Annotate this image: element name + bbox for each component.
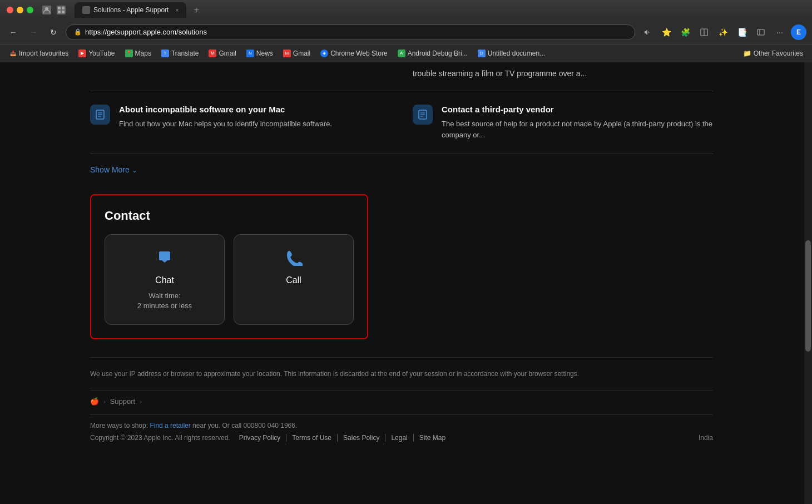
bookmark-chrome-web-store[interactable]: ◈ Chrome Web Store	[316, 48, 392, 59]
show-more-button[interactable]: Show More ⌄	[90, 163, 137, 176]
bookmark-import[interactable]: 📥 Import favourites	[4, 48, 73, 59]
bookmark-youtube[interactable]: ▶ YouTube	[74, 48, 119, 59]
privacy-policy-link[interactable]: Privacy Policy	[239, 434, 287, 442]
collections-icon[interactable]: 📑	[734, 24, 750, 40]
footer-divider-1	[90, 390, 713, 391]
address-bar[interactable]: 🔒 https://getsupport.apple.com/solutions	[66, 24, 635, 40]
menu-button[interactable]: ···	[772, 24, 788, 40]
titlebar: Solutions - Apple Support × +	[0, 0, 812, 20]
footer: We use your IP address or browser to app…	[90, 357, 713, 453]
footer-privacy-text: We use your IP address or browser to app…	[90, 369, 713, 379]
find-retailer-link[interactable]: Find a retailer	[150, 422, 190, 429]
card-content-2: Contact a third-party vendor The best so…	[442, 105, 713, 140]
refresh-button[interactable]: ↻	[46, 24, 61, 40]
scrollbar[interactable]	[804, 62, 812, 504]
favorites-icon[interactable]: ⭐	[658, 24, 674, 40]
chat-icon	[156, 248, 174, 270]
read-aloud-icon[interactable]	[640, 24, 655, 40]
profile-icon[interactable]	[42, 6, 51, 14]
url-display: https://getsupport.apple.com/solutions	[85, 28, 207, 36]
legal-link[interactable]: Legal	[385, 434, 413, 442]
card-title-2[interactable]: Contact a third-party vendor	[442, 105, 713, 114]
footer-bottom: Copyright © 2023 Apple Inc. All rights r…	[90, 434, 713, 442]
bookmark-label: Chrome Web Store	[330, 50, 388, 57]
more-ways-text: More ways to shop:	[90, 422, 148, 429]
chevron-down-icon: ⌄	[132, 166, 137, 174]
breadcrumb-support-label: Support	[110, 397, 136, 406]
chat-wait-time: 2 minutes or less	[137, 302, 192, 310]
traffic-lights	[7, 7, 33, 13]
forward-button[interactable]: →	[26, 24, 41, 40]
card-body-1: Find out how your Mac helps you to ident…	[119, 118, 332, 130]
bookmark-news[interactable]: N News	[242, 48, 278, 59]
bookmark-maps[interactable]: 📍 Maps	[121, 48, 156, 59]
tab-title: Solutions - Apple Support	[93, 6, 169, 14]
footer-copyright: Copyright © 2023 Apple Inc. All rights r…	[90, 434, 230, 442]
gmail-icon-1: M	[209, 50, 216, 57]
sidebar-icon[interactable]	[753, 24, 769, 40]
breadcrumb-sep-2: ›	[140, 398, 142, 405]
terms-link[interactable]: Terms of Use	[286, 434, 338, 442]
site-map-link[interactable]: Site Map	[414, 434, 451, 442]
card-content-1: About incompatible software on your Mac …	[119, 105, 332, 130]
active-tab[interactable]: Solutions - Apple Support ×	[75, 2, 186, 18]
maximize-button[interactable]	[27, 7, 33, 13]
breadcrumb-support[interactable]: Support	[110, 397, 136, 406]
card-title-1[interactable]: About incompatible software on your Mac	[119, 105, 332, 114]
tab-favicon	[82, 6, 90, 14]
close-button[interactable]	[7, 7, 13, 13]
svg-rect-7	[757, 29, 764, 35]
info-cards-section: About incompatible software on your Mac …	[90, 91, 713, 154]
bookmark-other-favorites[interactable]: 📁 Other Favourites	[739, 48, 808, 59]
chrome-web-store-icon: ◈	[320, 50, 328, 57]
lock-icon: 🔒	[74, 28, 82, 36]
titlebar-icons	[42, 6, 66, 14]
import-icon: 📥	[9, 50, 17, 57]
extensions-icon[interactable]: 🧩	[677, 24, 693, 40]
folder-icon: 📁	[744, 50, 751, 57]
show-more-row: Show More ⌄	[90, 154, 713, 194]
bookmark-label: YouTube	[88, 50, 115, 57]
bookmark-translate[interactable]: T Translate	[157, 48, 204, 59]
svg-rect-3	[58, 11, 61, 13]
page-content: trouble streaming a film or TV programme…	[0, 62, 812, 504]
bookmark-android[interactable]: A Android Debug Bri...	[393, 48, 472, 59]
call-button[interactable]: Call	[234, 234, 354, 325]
tab-groups-icon[interactable]	[57, 6, 66, 14]
bookmark-label: Other Favourites	[754, 50, 803, 57]
url-path: /solutions	[176, 28, 207, 36]
bookmark-label: Untitled documen...	[488, 50, 545, 57]
sales-policy-link[interactable]: Sales Policy	[338, 434, 385, 442]
docs-icon: D	[478, 50, 486, 57]
new-tab-button[interactable]: +	[189, 2, 204, 18]
bookmark-label: Android Debug Bri...	[408, 50, 468, 57]
bookmark-gmail-2[interactable]: M Gmail	[279, 48, 315, 59]
copilot-icon[interactable]: ✨	[715, 24, 731, 40]
contact-buttons: Chat Wait time: 2 minutes or less Call	[105, 234, 354, 325]
chat-label: Chat	[155, 275, 174, 285]
bookmark-docs[interactable]: D Untitled documen...	[473, 48, 549, 59]
profile-avatar[interactable]: E	[791, 24, 806, 40]
bookmark-gmail-1[interactable]: M Gmail	[204, 48, 240, 59]
partial-text-right: trouble streaming a film or TV programme…	[413, 69, 587, 78]
tab-close-button[interactable]: ×	[175, 7, 179, 13]
addressbar: ← → ↻ 🔒 https://getsupport.apple.com/sol…	[0, 20, 812, 45]
back-button[interactable]: ←	[6, 24, 21, 40]
scrollbar-thumb[interactable]	[805, 240, 811, 352]
breadcrumb-apple[interactable]: 🍎	[90, 397, 99, 406]
minimize-button[interactable]	[17, 7, 23, 13]
youtube-icon: ▶	[78, 50, 86, 57]
chat-wait-label: Wait time: 2 minutes or less	[137, 291, 192, 311]
top-partial-left	[90, 68, 390, 80]
show-more-label: Show More	[90, 165, 130, 174]
phone-icon	[285, 248, 303, 270]
url-prefix: https://	[85, 28, 107, 36]
bookmarks-bar: 📥 Import favourites ▶ YouTube 📍 Maps T T…	[0, 45, 812, 62]
translate-icon: T	[161, 50, 169, 57]
chat-button[interactable]: Chat Wait time: 2 minutes or less	[105, 234, 225, 325]
news-icon: N	[246, 50, 254, 57]
gmail-icon-2: M	[283, 50, 291, 57]
bookmark-label: Translate	[171, 50, 199, 57]
split-view-icon[interactable]	[696, 24, 712, 40]
svg-rect-1	[58, 7, 61, 9]
